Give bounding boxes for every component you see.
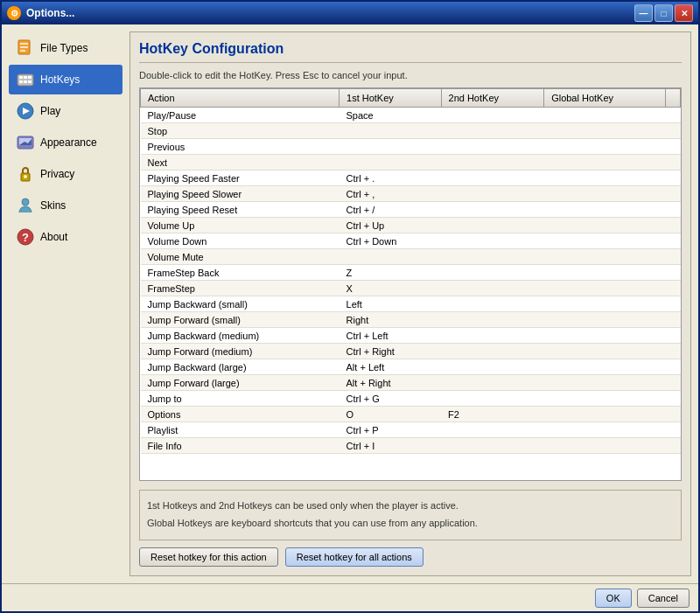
reset-all-button[interactable]: Reset hotkey for all actions: [285, 547, 424, 567]
table-cell: [544, 281, 666, 296]
table-cell: [441, 233, 544, 249]
table-cell: [544, 344, 666, 359]
svg-rect-8: [19, 80, 23, 83]
sidebar-item-appearance[interactable]: Appearance: [9, 128, 122, 157]
table-cell: [441, 155, 544, 171]
table-cell: [544, 249, 666, 265]
footer-line1: 1st Hotkeys and 2nd Hotkeys can be used …: [147, 498, 674, 515]
table-row[interactable]: OptionsOF2: [141, 407, 681, 422]
sidebar-item-about[interactable]: ? About: [9, 222, 122, 252]
close-button[interactable]: ✕: [675, 4, 693, 22]
table-row[interactable]: Playing Speed SlowerCtrl + ,: [141, 186, 681, 202]
table-cell: [340, 139, 442, 155]
table-row[interactable]: Play/PauseSpace: [141, 108, 681, 123]
table-row[interactable]: Stop: [141, 123, 681, 139]
table-cell: Ctrl + Left: [340, 328, 442, 344]
table-row[interactable]: Jump Backward (large)Alt + Left: [141, 359, 681, 375]
table-row[interactable]: Volume UpCtrl + Up: [141, 218, 681, 233]
table-row[interactable]: FrameStepX: [141, 281, 681, 296]
appearance-icon: [16, 133, 35, 152]
col-2nd-hotkey: 2nd HotKey: [441, 89, 544, 108]
table-cell: [441, 281, 544, 296]
table-cell: F2: [441, 407, 544, 422]
minimize-button[interactable]: —: [634, 4, 653, 22]
content-title: HotKey Configuration: [139, 41, 682, 63]
table-cell: [340, 155, 442, 171]
table-row[interactable]: Jump toCtrl + G: [141, 391, 681, 407]
table-cell: FrameStep: [141, 281, 340, 296]
table-cell: Play/Pause: [141, 108, 340, 123]
table-cell: Volume Up: [141, 218, 340, 233]
svg-rect-6: [24, 76, 27, 79]
table-cell: Options: [141, 407, 340, 422]
window-title: Options...: [26, 7, 629, 19]
table-row[interactable]: Jump Forward (small)Right: [141, 312, 681, 328]
table-cell: Jump Backward (medium): [141, 328, 340, 344]
table-cell: [441, 296, 544, 312]
table-cell: [544, 312, 666, 328]
table-cell: Left: [340, 296, 442, 312]
bottom-bar: OK Cancel: [2, 583, 698, 611]
table-row[interactable]: Jump Backward (medium)Ctrl + Left: [141, 328, 681, 344]
table-row[interactable]: Jump Forward (large)Alt + Right: [141, 375, 681, 391]
table-cell: O: [340, 407, 442, 422]
table-cell: Ctrl + ,: [340, 186, 442, 202]
table-cell: Ctrl + I: [340, 438, 442, 454]
svg-rect-5: [19, 76, 23, 79]
window-body: File Types HotKeys Play Appearance: [2, 24, 698, 583]
table-cell: [544, 407, 666, 422]
privacy-icon: [16, 164, 35, 184]
table-row[interactable]: Volume Mute: [141, 249, 681, 265]
table-cell: [340, 123, 442, 139]
table-row[interactable]: Playing Speed FasterCtrl + .: [141, 171, 681, 186]
table-row[interactable]: Volume DownCtrl + Down: [141, 233, 681, 249]
table-row[interactable]: Next: [141, 155, 681, 171]
table-cell: Jump Backward (large): [141, 359, 340, 375]
table-cell: Playing Speed Faster: [141, 171, 340, 186]
file-types-icon: [16, 38, 35, 58]
table-row[interactable]: File InfoCtrl + I: [141, 438, 681, 454]
table-row[interactable]: PlaylistCtrl + P: [141, 422, 681, 438]
table-cell: Alt + Left: [340, 359, 442, 375]
sidebar-item-privacy[interactable]: Privacy: [9, 159, 122, 189]
table-cell: File Info: [141, 438, 340, 454]
table-cell: [441, 391, 544, 407]
table-cell: Space: [340, 108, 442, 123]
table-row[interactable]: Previous: [141, 139, 681, 155]
table-cell: X: [340, 281, 442, 296]
sidebar-item-play[interactable]: Play: [9, 96, 122, 126]
ok-button[interactable]: OK: [595, 589, 632, 608]
table-row[interactable]: FrameStep BackZ: [141, 265, 681, 281]
table-cell: [544, 328, 666, 344]
reset-action-button[interactable]: Reset hotkey for this action: [139, 547, 278, 567]
hotkey-table-container[interactable]: Action 1st HotKey 2nd HotKey Global HotK…: [139, 87, 682, 481]
sidebar-item-hotkeys[interactable]: HotKeys: [9, 65, 122, 94]
table-cell: Playing Speed Reset: [141, 202, 340, 218]
table-row[interactable]: Jump Forward (medium)Ctrl + Right: [141, 344, 681, 359]
sidebar-item-skins[interactable]: Skins: [9, 191, 122, 220]
hotkey-table-body: Play/PauseSpaceStopPreviousNextPlaying S…: [141, 108, 681, 454]
table-cell: Volume Down: [141, 233, 340, 249]
table-cell: Stop: [141, 123, 340, 139]
title-bar: ⚙ Options... — □ ✕: [2, 2, 698, 24]
sidebar-item-file-types[interactable]: File Types: [9, 33, 122, 63]
title-bar-buttons: — □ ✕: [634, 4, 693, 22]
svg-rect-10: [28, 80, 32, 83]
table-cell: [544, 233, 666, 249]
footer-line2: Global Hotkeys are keyboard shortcuts th…: [147, 515, 674, 533]
table-cell: [340, 249, 442, 265]
table-cell: [441, 139, 544, 155]
table-row[interactable]: Playing Speed ResetCtrl + /: [141, 202, 681, 218]
maximize-button[interactable]: □: [654, 4, 673, 22]
hotkey-table: Action 1st HotKey 2nd HotKey Global HotK…: [140, 88, 681, 454]
table-cell: [441, 438, 544, 454]
table-cell: Playing Speed Slower: [141, 186, 340, 202]
table-cell: Playlist: [141, 422, 340, 438]
table-cell: Ctrl + P: [340, 422, 442, 438]
table-cell: [544, 422, 666, 438]
table-cell: [441, 265, 544, 281]
table-cell: Ctrl + Up: [340, 218, 442, 233]
table-cell: [441, 108, 544, 123]
table-row[interactable]: Jump Backward (small)Left: [141, 296, 681, 312]
cancel-button[interactable]: Cancel: [637, 589, 690, 608]
